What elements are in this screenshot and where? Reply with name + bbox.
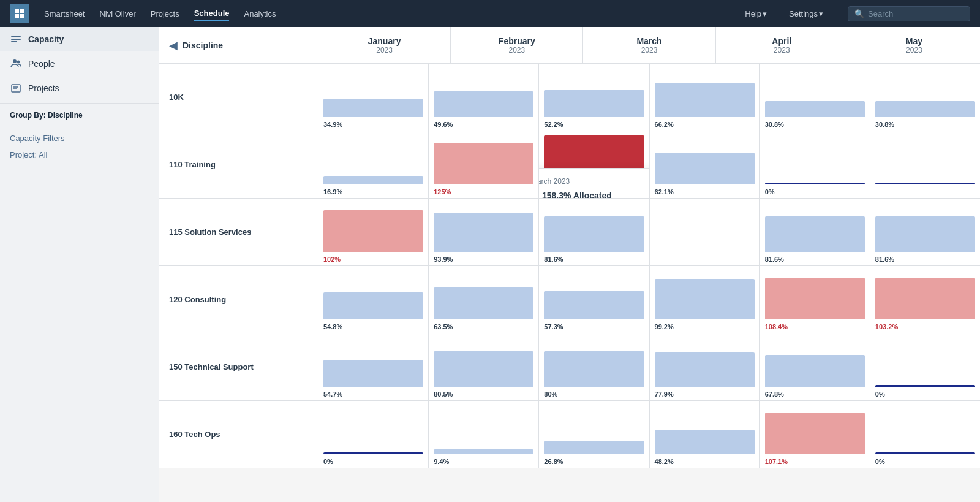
month-cell[interactable]: 81.6%	[760, 199, 870, 265]
month-cell[interactable]: 63.5%	[429, 266, 539, 333]
search-icon: 🔍	[854, 9, 864, 18]
bar-container	[434, 69, 533, 117]
project-filter[interactable]: Project: All	[0, 146, 159, 163]
bar-container	[323, 271, 423, 319]
sidebar-item-capacity[interactable]: Capacity	[0, 27, 159, 51]
search-box[interactable]: 🔍	[848, 6, 970, 21]
month-cell[interactable]: 67.8%	[760, 333, 870, 400]
month-col-apr: April 2023	[716, 27, 848, 63]
capacity-bar	[655, 83, 755, 117]
month-cell[interactable]: 80.5%	[429, 333, 539, 400]
month-cell[interactable]: 52.2%	[539, 64, 649, 131]
month-cell[interactable]: 108.4%	[760, 266, 870, 333]
month-cell[interactable]: 16.9%	[318, 131, 429, 198]
back-button[interactable]: ◀	[169, 39, 178, 52]
month-cell[interactable]: 30.8%	[870, 64, 980, 131]
help-button[interactable]: Help ▾	[745, 9, 767, 18]
month-cell[interactable]: 102%	[318, 199, 429, 265]
pct-label: 52.2%	[544, 121, 563, 128]
month-cell[interactable]: 54.7%	[318, 333, 429, 400]
bar-container	[323, 406, 423, 454]
pct-label: 81.6%	[765, 256, 784, 263]
capacity-filters[interactable]: Capacity Filters	[0, 130, 159, 146]
month-cell[interactable]: 48.2%	[650, 401, 760, 468]
month-cell[interactable]: 81.6%	[539, 199, 649, 265]
bar-container	[765, 69, 865, 117]
month-cell[interactable]: 158.3% March 2023 158.3% Allocated Total…	[539, 131, 649, 198]
nav-schedule[interactable]: Schedule	[194, 6, 230, 21]
pct-label: 77.9%	[655, 390, 674, 398]
pct-label: 67.8%	[765, 390, 784, 398]
month-cell[interactable]: 107.1%	[760, 401, 870, 468]
nav-analytics[interactable]: Analytics	[244, 7, 276, 21]
month-cell[interactable]: 0%	[870, 401, 980, 468]
bar-container	[434, 203, 533, 252]
month-cell[interactable]: 49.6%	[429, 64, 539, 131]
nav-user[interactable]: Nivi Oliver	[99, 7, 135, 21]
month-cell[interactable]: 103.2%	[870, 266, 980, 333]
nav-smartsheet[interactable]: Smartsheet	[44, 7, 85, 21]
month-cell[interactable]	[870, 131, 980, 198]
top-nav: Smartsheet Nivi Oliver Projects Schedule…	[0, 0, 980, 27]
month-cell[interactable]: 54.8%	[318, 266, 429, 333]
month-cell[interactable]: 9.4%	[429, 401, 539, 468]
capacity-bar	[875, 385, 975, 387]
nav-projects[interactable]: Projects	[151, 7, 179, 21]
bar-container	[655, 338, 755, 387]
bar-container	[765, 271, 865, 319]
tooltip-header: March 2023	[539, 177, 649, 186]
month-cell[interactable]: 0%	[870, 333, 980, 400]
settings-button[interactable]: Settings ▾	[789, 9, 823, 18]
capacity-bar	[434, 351, 533, 387]
bar-container	[655, 406, 755, 454]
bar-container	[875, 271, 975, 319]
month-cell[interactable]: 93.9%	[429, 199, 539, 265]
bar-container	[655, 203, 755, 252]
bar-container	[323, 136, 423, 184]
month-cell[interactable]	[650, 199, 760, 265]
pct-label: 49.6%	[434, 121, 453, 128]
capacity-bar	[765, 355, 865, 387]
month-cell[interactable]: 66.2%	[650, 64, 760, 131]
app-body: Capacity People Projects Group By: Disci…	[0, 27, 980, 502]
month-cell[interactable]: 0%	[318, 401, 429, 468]
table-row: 10K34.9%49.6%52.2%66.2%30.8%30.8%	[159, 64, 980, 131]
bar-container	[434, 338, 533, 387]
search-input[interactable]	[868, 9, 963, 18]
pct-label: 108.4%	[765, 323, 788, 330]
grid-scroll: 10K34.9%49.6%52.2%66.2%30.8%30.8%110 Tra…	[159, 64, 980, 502]
month-cell[interactable]: 30.8%	[760, 64, 870, 131]
month-cell[interactable]: 77.9%	[650, 333, 760, 400]
month-col-may: May 2023	[848, 27, 980, 63]
pct-label: 16.9%	[323, 188, 342, 196]
bar-container	[655, 136, 755, 184]
month-cell[interactable]: 81.6%	[870, 199, 980, 265]
capacity-bar	[875, 278, 975, 319]
bar-container	[875, 69, 975, 117]
pct-label: 54.7%	[323, 390, 342, 398]
capacity-label: Capacity	[28, 34, 64, 44]
month-cell[interactable]: 0%	[760, 131, 870, 198]
month-cell[interactable]: 99.2%	[650, 266, 760, 333]
bar-container	[544, 271, 644, 319]
svg-rect-5	[11, 39, 21, 40]
capacity-bar	[765, 183, 865, 184]
capacity-bar	[544, 90, 644, 117]
tooltip-alloc-label: 158.3% Allocated	[542, 191, 612, 198]
month-cell[interactable]: 62.1%	[650, 131, 760, 198]
month-cell[interactable]: 125%	[429, 131, 539, 198]
month-cell[interactable]: 26.8%	[539, 401, 649, 468]
svg-rect-9	[12, 85, 20, 92]
month-cell[interactable]: 80%	[539, 333, 649, 400]
sidebar-item-people[interactable]: People	[0, 51, 159, 76]
pct-label: 102%	[323, 256, 341, 263]
capacity-bar	[544, 216, 644, 252]
pct-label: 125%	[434, 188, 451, 196]
sidebar: Capacity People Projects Group By: Disci…	[0, 27, 159, 502]
discipline-header-col: ◀ Discipline	[159, 27, 318, 63]
month-cell[interactable]: 34.9%	[318, 64, 429, 131]
month-cell[interactable]: 57.3%	[539, 266, 649, 333]
sidebar-item-projects[interactable]: Projects	[0, 76, 159, 101]
capacity-bar	[655, 430, 755, 454]
capacity-bar	[323, 210, 423, 252]
